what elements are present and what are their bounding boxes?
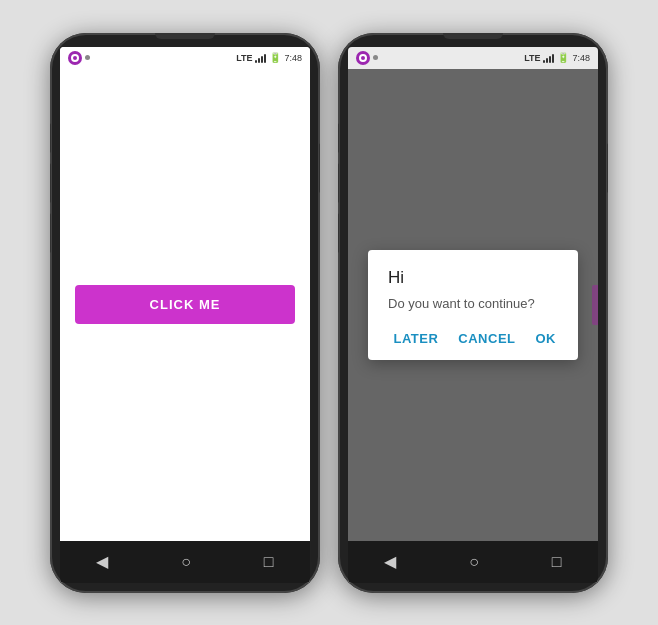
cancel-button[interactable]: CANCEL — [456, 327, 517, 350]
dialog-box: Hi Do you want to continue? LATER CANCEL… — [368, 250, 578, 360]
signal-bars-2 — [543, 53, 554, 63]
home-button-1[interactable]: ○ — [181, 553, 191, 571]
camera-button-2 — [338, 213, 339, 253]
app-logo-2 — [356, 51, 370, 65]
recent-button-2[interactable]: □ — [552, 553, 562, 571]
volume-up-button — [50, 123, 51, 153]
status-left-2 — [356, 51, 378, 65]
signal-bars-1 — [255, 53, 266, 63]
home-icon-1: ○ — [181, 553, 191, 571]
phone-2-screen: LTE 🔋 7:48 — [348, 47, 598, 583]
app-logo-1 — [68, 51, 82, 65]
battery-1: 🔋 — [269, 52, 281, 63]
power-button-2 — [607, 143, 608, 193]
time-2: 7:48 — [572, 53, 590, 63]
back-button-2[interactable]: ◀ — [384, 552, 396, 571]
phone-1-nav-bar: ◀ ○ □ — [60, 541, 310, 583]
phone-2-nav-bar: ◀ ○ □ — [348, 541, 598, 583]
recent-icon-1: □ — [264, 553, 274, 571]
dot-signal-2 — [373, 55, 378, 60]
status-bar-1: LTE 🔋 7:48 — [60, 47, 310, 69]
volume-down-button-2 — [338, 163, 339, 203]
back-icon-1: ◀ — [96, 552, 108, 571]
dot-signal-1 — [85, 55, 90, 60]
back-button-1[interactable]: ◀ — [96, 552, 108, 571]
phones-container: LTE 🔋 7:48 CLICK ME ◀ — [50, 33, 608, 593]
phone-2-content-area: Hi Do you want to continue? LATER CANCEL… — [348, 69, 598, 541]
status-bar-2: LTE 🔋 7:48 — [348, 47, 598, 69]
status-right-2: LTE 🔋 7:48 — [524, 52, 590, 63]
dialog-message: Do you want to continue? — [388, 296, 558, 311]
status-right-1: LTE 🔋 7:48 — [236, 52, 302, 63]
ok-button[interactable]: OK — [534, 327, 559, 350]
lte-icon-2: LTE — [524, 53, 540, 63]
back-icon-2: ◀ — [384, 552, 396, 571]
volume-down-button — [50, 163, 51, 203]
dialog-title: Hi — [388, 268, 558, 288]
phone-2: LTE 🔋 7:48 — [338, 33, 608, 593]
home-icon-2: ○ — [469, 553, 479, 571]
recent-button-1[interactable]: □ — [264, 553, 274, 571]
recent-icon-2: □ — [552, 553, 562, 571]
volume-up-button-2 — [338, 123, 339, 153]
dialog-buttons: LATER CANCEL OK — [388, 327, 558, 350]
app-logo-inner-2 — [359, 54, 367, 62]
home-button-2[interactable]: ○ — [469, 553, 479, 571]
time-1: 7:48 — [284, 53, 302, 63]
phone-1-screen: LTE 🔋 7:48 CLICK ME ◀ — [60, 47, 310, 583]
app-logo-inner-1 — [71, 54, 79, 62]
camera-button — [50, 213, 51, 253]
dialog-overlay: Hi Do you want to continue? LATER CANCEL… — [348, 69, 598, 541]
click-me-button[interactable]: CLICK ME — [75, 285, 295, 324]
battery-2: 🔋 — [557, 52, 569, 63]
phone-1: LTE 🔋 7:48 CLICK ME ◀ — [50, 33, 320, 593]
status-left-1 — [68, 51, 90, 65]
later-button[interactable]: LATER — [391, 327, 440, 350]
power-button — [319, 143, 320, 193]
lte-icon-1: LTE — [236, 53, 252, 63]
phone-1-app-content: CLICK ME — [60, 69, 310, 541]
